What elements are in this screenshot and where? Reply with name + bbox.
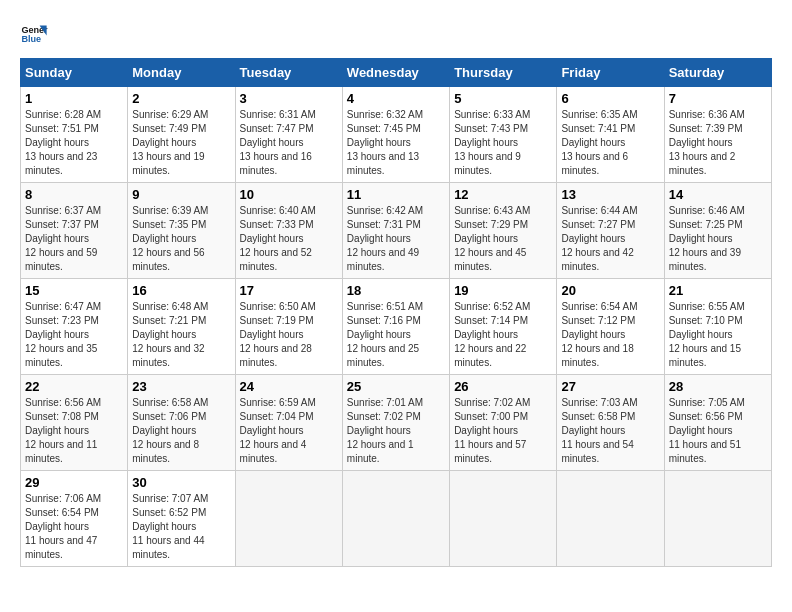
header-thursday: Thursday bbox=[450, 59, 557, 87]
logo: General Blue bbox=[20, 20, 48, 48]
sunrise-text: Sunrise: 6:59 AM bbox=[240, 396, 338, 410]
sunrise-text: Sunrise: 6:54 AM bbox=[561, 300, 659, 314]
calendar-cell: 13 Sunrise: 6:44 AM Sunset: 7:27 PM Dayl… bbox=[557, 183, 664, 279]
sunrise-text: Sunrise: 6:42 AM bbox=[347, 204, 445, 218]
calendar-cell: 21 Sunrise: 6:55 AM Sunset: 7:10 PM Dayl… bbox=[664, 279, 771, 375]
daylight-label: Daylight hours bbox=[132, 328, 230, 342]
day-number: 11 bbox=[347, 187, 445, 202]
daylight-label: Daylight hours bbox=[454, 328, 552, 342]
sunrise-text: Sunrise: 6:58 AM bbox=[132, 396, 230, 410]
sunrise-text: Sunrise: 7:03 AM bbox=[561, 396, 659, 410]
sunrise-text: Sunrise: 6:29 AM bbox=[132, 108, 230, 122]
daylight-duration: 12 hours and 18 minutes. bbox=[561, 342, 659, 370]
sunrise-text: Sunrise: 6:52 AM bbox=[454, 300, 552, 314]
calendar-cell: 16 Sunrise: 6:48 AM Sunset: 7:21 PM Dayl… bbox=[128, 279, 235, 375]
calendar-cell: 26 Sunrise: 7:02 AM Sunset: 7:00 PM Dayl… bbox=[450, 375, 557, 471]
day-number: 23 bbox=[132, 379, 230, 394]
sunrise-text: Sunrise: 7:05 AM bbox=[669, 396, 767, 410]
daylight-duration: 12 hours and 45 minutes. bbox=[454, 246, 552, 274]
sunrise-text: Sunrise: 6:35 AM bbox=[561, 108, 659, 122]
sunset-text: Sunset: 7:19 PM bbox=[240, 314, 338, 328]
sunrise-text: Sunrise: 6:36 AM bbox=[669, 108, 767, 122]
sunset-text: Sunset: 7:12 PM bbox=[561, 314, 659, 328]
daylight-label: Daylight hours bbox=[347, 328, 445, 342]
daylight-label: Daylight hours bbox=[132, 232, 230, 246]
day-number: 25 bbox=[347, 379, 445, 394]
daylight-duration: 13 hours and 13 minutes. bbox=[347, 150, 445, 178]
calendar-cell bbox=[235, 471, 342, 567]
sunrise-text: Sunrise: 6:56 AM bbox=[25, 396, 123, 410]
sunrise-text: Sunrise: 6:32 AM bbox=[347, 108, 445, 122]
sunset-text: Sunset: 7:21 PM bbox=[132, 314, 230, 328]
calendar-week-row: 22 Sunrise: 6:56 AM Sunset: 7:08 PM Dayl… bbox=[21, 375, 772, 471]
day-number: 13 bbox=[561, 187, 659, 202]
calendar-cell bbox=[450, 471, 557, 567]
daylight-label: Daylight hours bbox=[669, 136, 767, 150]
daylight-label: Daylight hours bbox=[132, 136, 230, 150]
svg-text:Blue: Blue bbox=[21, 34, 41, 44]
header-monday: Monday bbox=[128, 59, 235, 87]
header-saturday: Saturday bbox=[664, 59, 771, 87]
calendar-cell: 29 Sunrise: 7:06 AM Sunset: 6:54 PM Dayl… bbox=[21, 471, 128, 567]
calendar-week-row: 1 Sunrise: 6:28 AM Sunset: 7:51 PM Dayli… bbox=[21, 87, 772, 183]
day-number: 21 bbox=[669, 283, 767, 298]
daylight-duration: 12 hours and 15 minutes. bbox=[669, 342, 767, 370]
day-number: 7 bbox=[669, 91, 767, 106]
daylight-duration: 11 hours and 47 minutes. bbox=[25, 534, 123, 562]
sunset-text: Sunset: 7:29 PM bbox=[454, 218, 552, 232]
calendar-cell: 1 Sunrise: 6:28 AM Sunset: 7:51 PM Dayli… bbox=[21, 87, 128, 183]
sunrise-text: Sunrise: 6:44 AM bbox=[561, 204, 659, 218]
calendar-table: Sunday Monday Tuesday Wednesday Thursday… bbox=[20, 58, 772, 567]
day-number: 9 bbox=[132, 187, 230, 202]
day-number: 29 bbox=[25, 475, 123, 490]
calendar-cell: 14 Sunrise: 6:46 AM Sunset: 7:25 PM Dayl… bbox=[664, 183, 771, 279]
day-number: 17 bbox=[240, 283, 338, 298]
sunset-text: Sunset: 7:37 PM bbox=[25, 218, 123, 232]
sunset-text: Sunset: 7:06 PM bbox=[132, 410, 230, 424]
calendar-cell: 19 Sunrise: 6:52 AM Sunset: 7:14 PM Dayl… bbox=[450, 279, 557, 375]
sunset-text: Sunset: 7:27 PM bbox=[561, 218, 659, 232]
daylight-duration: 12 hours and 35 minutes. bbox=[25, 342, 123, 370]
sunrise-text: Sunrise: 6:47 AM bbox=[25, 300, 123, 314]
calendar-cell: 5 Sunrise: 6:33 AM Sunset: 7:43 PM Dayli… bbox=[450, 87, 557, 183]
sunset-text: Sunset: 7:33 PM bbox=[240, 218, 338, 232]
sunrise-text: Sunrise: 7:02 AM bbox=[454, 396, 552, 410]
daylight-duration: 12 hours and 22 minutes. bbox=[454, 342, 552, 370]
sunset-text: Sunset: 7:00 PM bbox=[454, 410, 552, 424]
daylight-duration: 12 hours and 42 minutes. bbox=[561, 246, 659, 274]
sunrise-text: Sunrise: 6:37 AM bbox=[25, 204, 123, 218]
daylight-duration: 11 hours and 44 minutes. bbox=[132, 534, 230, 562]
daylight-duration: 11 hours and 51 minutes. bbox=[669, 438, 767, 466]
calendar-cell: 18 Sunrise: 6:51 AM Sunset: 7:16 PM Dayl… bbox=[342, 279, 449, 375]
daylight-label: Daylight hours bbox=[454, 424, 552, 438]
sunrise-text: Sunrise: 7:07 AM bbox=[132, 492, 230, 506]
daylight-label: Daylight hours bbox=[561, 424, 659, 438]
calendar-cell: 17 Sunrise: 6:50 AM Sunset: 7:19 PM Dayl… bbox=[235, 279, 342, 375]
day-number: 15 bbox=[25, 283, 123, 298]
calendar-week-row: 29 Sunrise: 7:06 AM Sunset: 6:54 PM Dayl… bbox=[21, 471, 772, 567]
day-number: 19 bbox=[454, 283, 552, 298]
calendar-cell bbox=[557, 471, 664, 567]
daylight-duration: 11 hours and 54 minutes. bbox=[561, 438, 659, 466]
page-header: General Blue bbox=[20, 20, 772, 48]
calendar-cell bbox=[342, 471, 449, 567]
sunrise-text: Sunrise: 7:01 AM bbox=[347, 396, 445, 410]
calendar-cell: 9 Sunrise: 6:39 AM Sunset: 7:35 PM Dayli… bbox=[128, 183, 235, 279]
daylight-label: Daylight hours bbox=[240, 232, 338, 246]
day-number: 4 bbox=[347, 91, 445, 106]
daylight-duration: 13 hours and 23 minutes. bbox=[25, 150, 123, 178]
day-number: 3 bbox=[240, 91, 338, 106]
daylight-label: Daylight hours bbox=[25, 424, 123, 438]
sunset-text: Sunset: 7:41 PM bbox=[561, 122, 659, 136]
sunset-text: Sunset: 7:45 PM bbox=[347, 122, 445, 136]
daylight-label: Daylight hours bbox=[25, 520, 123, 534]
daylight-label: Daylight hours bbox=[561, 136, 659, 150]
sunrise-text: Sunrise: 6:43 AM bbox=[454, 204, 552, 218]
daylight-duration: 12 hours and 52 minutes. bbox=[240, 246, 338, 274]
sunset-text: Sunset: 6:58 PM bbox=[561, 410, 659, 424]
daylight-duration: 12 hours and 49 minutes. bbox=[347, 246, 445, 274]
calendar-cell: 3 Sunrise: 6:31 AM Sunset: 7:47 PM Dayli… bbox=[235, 87, 342, 183]
daylight-duration: 12 hours and 28 minutes. bbox=[240, 342, 338, 370]
sunset-text: Sunset: 7:25 PM bbox=[669, 218, 767, 232]
day-number: 24 bbox=[240, 379, 338, 394]
